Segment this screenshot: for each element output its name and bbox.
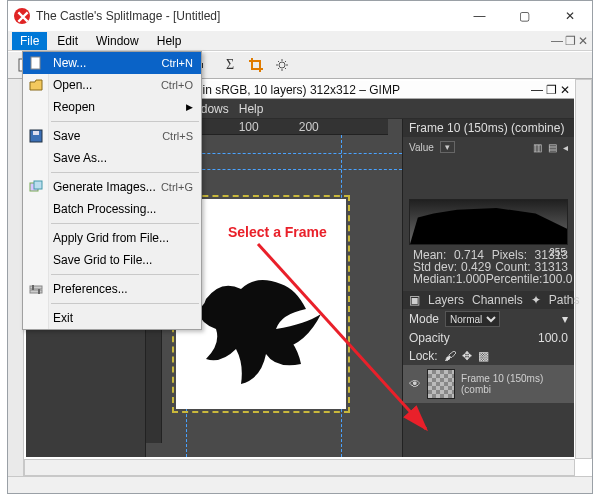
value-label: Value: [409, 142, 434, 153]
panel-menu-icon[interactable]: ◂: [563, 142, 568, 153]
opacity-label: Opacity: [409, 331, 450, 345]
annotation-text: Select a Frame: [228, 224, 327, 240]
menu-label: Generate Images...: [53, 180, 156, 194]
menu-open[interactable]: Open...Ctrl+O: [23, 74, 201, 96]
inner-min-icon[interactable]: —: [531, 83, 543, 97]
shortcut: Ctrl+O: [161, 79, 193, 91]
ruler-tick: 200: [299, 120, 319, 134]
svg-rect-13: [30, 286, 42, 289]
inner-close-icon[interactable]: ✕: [560, 83, 570, 97]
tool-sigma-icon[interactable]: Σ: [218, 54, 242, 76]
menu-exit[interactable]: Exit: [23, 307, 201, 329]
minimize-button[interactable]: —: [457, 1, 502, 31]
menu-reopen[interactable]: Reopen▶: [23, 96, 201, 118]
menu-label: New...: [53, 56, 86, 70]
mdi-restore-icon[interactable]: ❐: [565, 34, 576, 48]
panel-icon[interactable]: ▥: [533, 142, 542, 153]
tool-gear-icon[interactable]: [270, 54, 294, 76]
layers-panel: Mode Normal ▾ Opacity 100.0 Lock: 🖌: [403, 309, 574, 457]
menu-preferences[interactable]: Preferences...: [23, 278, 201, 300]
svg-rect-15: [32, 285, 34, 290]
tool-crop-icon[interactable]: [244, 54, 268, 76]
frame-label: Frame 10 (150ms) (combine): [409, 121, 564, 135]
lock-alpha-icon[interactable]: ▩: [478, 349, 489, 363]
tab-layers[interactable]: Layers: [428, 293, 464, 307]
shortcut: Ctrl+N: [162, 57, 193, 69]
menu-batch[interactable]: Batch Processing...: [23, 198, 201, 220]
save-icon: [28, 128, 44, 144]
mdi-controls: — ❐ ✕: [551, 34, 592, 48]
menu-label: Apply Grid from File...: [53, 231, 169, 245]
right-dock: Frame 10 (150ms) (combine) Value ▾ ▥ ▤ ◂…: [402, 119, 574, 457]
menu-generate-images[interactable]: Generate Images...Ctrl+G: [23, 176, 201, 198]
mode-select[interactable]: Normal: [445, 311, 500, 327]
menu-edit[interactable]: Edit: [49, 32, 86, 50]
statusbar: [8, 476, 592, 493]
menu-save[interactable]: SaveCtrl+S: [23, 125, 201, 147]
menu-label: Open...: [53, 78, 92, 92]
stat-label: Percentile:: [486, 273, 543, 285]
svg-point-6: [279, 62, 285, 68]
inner-menu-help[interactable]: Help: [239, 102, 264, 116]
svg-rect-10: [33, 131, 39, 135]
lock-label: Lock:: [409, 349, 438, 363]
submenu-caret-icon: ▶: [186, 102, 193, 112]
close-button[interactable]: ✕: [547, 1, 592, 31]
open-icon: [28, 77, 44, 93]
stat-label: Median:: [413, 273, 456, 285]
svg-rect-16: [38, 289, 40, 294]
paths-icon: ✦: [531, 293, 541, 307]
frame-header: Frame 10 (150ms) (combine): [403, 119, 574, 137]
mdi-close-icon[interactable]: ✕: [578, 34, 588, 48]
menu-label: Exit: [53, 311, 73, 325]
tab-channels[interactable]: Channels: [472, 293, 523, 307]
titlebar: The Castle's SplitImage - [Untitled] — ▢…: [8, 1, 592, 31]
inner-max-icon[interactable]: ❐: [546, 83, 557, 97]
dropdown-icon[interactable]: ▾: [440, 141, 455, 153]
menu-new[interactable]: New...Ctrl+N: [23, 52, 201, 74]
window-title: The Castle's SplitImage - [Untitled]: [36, 9, 457, 23]
stat-value: 100.0: [542, 273, 572, 285]
menu-window[interactable]: Window: [88, 32, 147, 50]
canvas-image: [186, 269, 326, 389]
panel-icon[interactable]: ▤: [548, 142, 557, 153]
visibility-icon[interactable]: 👁: [409, 377, 421, 391]
menubar: File Edit Window Help — ❐ ✕: [8, 31, 592, 51]
shortcut: Ctrl+G: [161, 181, 193, 193]
layers-icon: ▣: [409, 293, 420, 307]
histogram-stats: Mean:0.714Pixels:31313 Std dev:0.429Coun…: [413, 249, 568, 285]
mdi-minimize-icon[interactable]: —: [551, 34, 563, 48]
menu-apply-grid[interactable]: Apply Grid from File...: [23, 227, 201, 249]
generate-icon: [28, 179, 44, 195]
svg-rect-8: [31, 57, 40, 69]
menu-save-grid[interactable]: Save Grid to File...: [23, 249, 201, 271]
svg-rect-14: [30, 290, 42, 293]
layers-tabs: ▣ Layers Channels ✦ Paths: [403, 291, 574, 309]
lock-paint-icon[interactable]: 🖌: [444, 349, 456, 363]
lock-move-icon[interactable]: ✥: [462, 349, 472, 363]
vscrollbar[interactable]: [575, 79, 592, 459]
frame-layer-item[interactable]: 👁 Frame 10 (150ms) (combi: [403, 365, 574, 403]
histogram: [409, 199, 568, 245]
menu-label: Save As...: [53, 151, 107, 165]
app-icon: [14, 8, 30, 24]
menu-label: Save: [53, 129, 80, 143]
tab-paths[interactable]: Paths: [549, 293, 580, 307]
menu-help[interactable]: Help: [149, 32, 190, 50]
shortcut: Ctrl+S: [162, 130, 193, 142]
new-file-icon: [28, 55, 44, 71]
maximize-button[interactable]: ▢: [502, 1, 547, 31]
mode-label: Mode: [409, 312, 439, 326]
ruler-tick: 100: [239, 120, 259, 134]
menu-label: Preferences...: [53, 282, 128, 296]
menu-label: Save Grid to File...: [53, 253, 152, 267]
svg-rect-12: [34, 181, 42, 189]
menu-file[interactable]: File: [12, 32, 47, 50]
stat-value: 1.000: [456, 273, 486, 285]
menu-label: Batch Processing...: [53, 202, 156, 216]
menu-save-as[interactable]: Save As...: [23, 147, 201, 169]
frame-thumb: [427, 369, 455, 399]
chevron-down-icon[interactable]: ▾: [562, 312, 568, 326]
opacity-value: 100.0: [538, 331, 568, 345]
hscrollbar[interactable]: [24, 459, 575, 476]
